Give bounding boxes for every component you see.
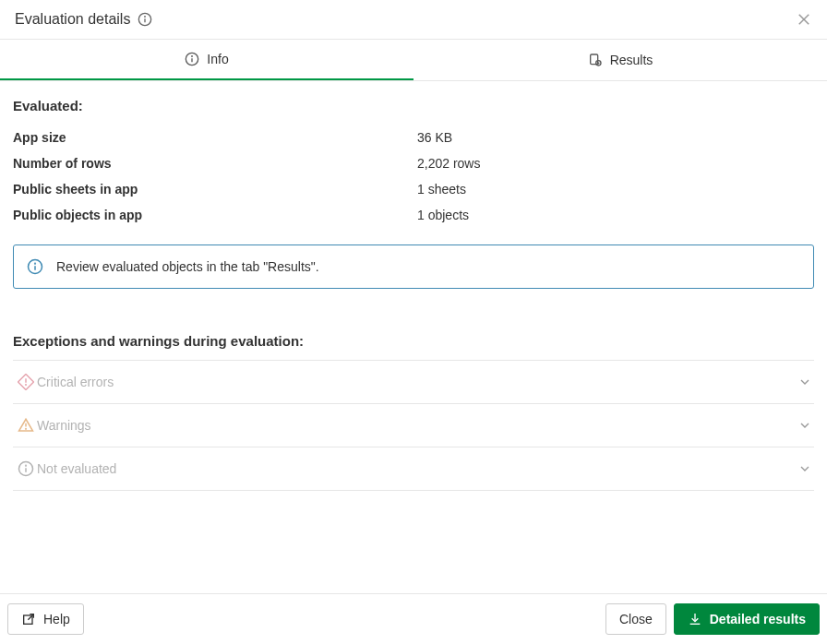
- svg-point-7: [192, 56, 193, 57]
- info-icon[interactable]: [138, 12, 152, 27]
- svg-point-17: [26, 428, 27, 429]
- close-button-label: Close: [619, 612, 653, 626]
- svg-point-2: [145, 17, 146, 18]
- chevron-down-icon: [797, 461, 812, 476]
- tab-results[interactable]: Results: [414, 40, 827, 80]
- close-button[interactable]: Close: [605, 603, 666, 635]
- accordion-not-evaluated[interactable]: Not evaluated: [13, 447, 814, 491]
- kv-key: Number of rows: [13, 156, 417, 171]
- svg-point-15: [26, 385, 27, 386]
- kv-value: 1 sheets: [417, 182, 466, 197]
- accordion-warnings[interactable]: Warnings: [13, 404, 814, 447]
- table-row: Public sheets in app 1 sheets: [13, 176, 814, 202]
- kv-key: Public sheets in app: [13, 182, 417, 197]
- svg-point-20: [26, 465, 27, 466]
- table-row: App size 36 KB: [13, 125, 814, 150]
- detailed-results-label: Detailed results: [710, 612, 806, 626]
- help-button[interactable]: Help: [7, 603, 84, 635]
- kv-key: App size: [13, 130, 417, 145]
- info-icon: [15, 460, 37, 477]
- tabs: Info Results: [0, 40, 827, 81]
- accordion-label: Warnings: [37, 418, 797, 433]
- svg-rect-8: [590, 54, 597, 65]
- external-link-icon: [21, 612, 36, 626]
- dialog-title: Evaluation details: [15, 11, 130, 28]
- tab-info[interactable]: Info: [0, 40, 414, 80]
- kv-value: 2,202 rows: [417, 156, 480, 171]
- kv-value: 1 objects: [417, 208, 469, 222]
- download-icon: [688, 612, 702, 626]
- info-icon: [185, 52, 199, 66]
- results-icon: [588, 53, 603, 67]
- help-button-label: Help: [43, 612, 70, 626]
- tab-results-label: Results: [610, 53, 653, 67]
- svg-point-12: [35, 263, 36, 264]
- evaluated-heading: Evaluated:: [13, 98, 814, 113]
- kv-value: 36 KB: [417, 130, 452, 145]
- accordion-critical-errors[interactable]: Critical errors: [13, 361, 814, 404]
- detailed-results-button[interactable]: Detailed results: [674, 603, 820, 635]
- exceptions-heading: Exceptions and warnings during evaluatio…: [13, 333, 814, 349]
- close-icon[interactable]: [796, 11, 812, 28]
- info-callout-text: Review evaluated objects in the tab "Res…: [56, 259, 319, 274]
- info-icon: [27, 258, 43, 275]
- chevron-down-icon: [797, 375, 812, 389]
- chevron-down-icon: [797, 418, 812, 433]
- tab-info-label: Info: [207, 52, 228, 66]
- error-icon: [15, 374, 37, 390]
- accordion-label: Critical errors: [37, 375, 797, 389]
- table-row: Public objects in app 1 objects: [13, 202, 814, 228]
- info-callout: Review evaluated objects in the tab "Res…: [13, 244, 814, 289]
- kv-key: Public objects in app: [13, 208, 417, 222]
- table-row: Number of rows 2,202 rows: [13, 150, 814, 176]
- accordion-label: Not evaluated: [37, 461, 797, 476]
- warning-icon: [15, 417, 37, 434]
